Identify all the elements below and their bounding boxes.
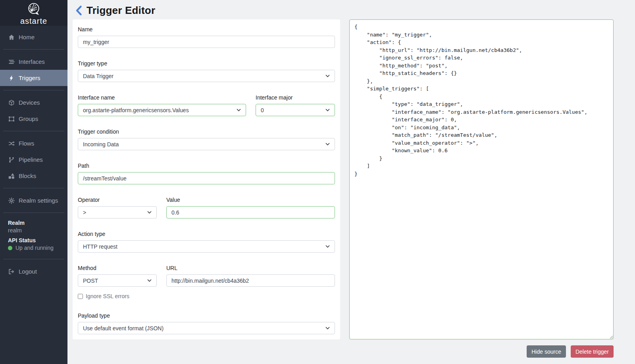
chevron-down-icon <box>325 143 330 146</box>
source-panel: Hide source Delete trigger <box>349 19 614 358</box>
action-type-label: Action type <box>78 231 335 237</box>
bolt-icon <box>8 75 15 81</box>
footer-buttons: Hide source Delete trigger <box>349 345 614 358</box>
sidebar-item-flows[interactable]: Flows <box>0 135 67 151</box>
hide-source-button[interactable]: Hide source <box>527 345 566 358</box>
sidebar-divider <box>3 188 64 188</box>
sidebar-item-pipelines[interactable]: Pipelines <box>0 151 67 168</box>
object-group-icon <box>8 115 15 122</box>
sidebar-item-label: Interfaces <box>19 58 45 65</box>
delete-trigger-button[interactable]: Delete trigger <box>571 345 614 358</box>
method-value: POST <box>83 278 98 284</box>
sidebar-item-interfaces[interactable]: Interfaces <box>0 54 67 70</box>
interface-major-select[interactable]: 0 <box>256 104 335 116</box>
home-icon <box>8 34 15 40</box>
code-branch-icon <box>8 156 15 163</box>
realm-value: realm <box>8 227 60 234</box>
sidebar-item-logout[interactable]: Logout <box>0 263 67 280</box>
shuffle-icon <box>8 140 15 147</box>
interface-name-value: org.astarte-platform.genericsensors.Valu… <box>83 107 189 113</box>
action-type-value: HTTP request <box>83 243 117 250</box>
trigger-type-select[interactable]: Data Trigger <box>78 70 335 82</box>
sidebar-item-label: Logout <box>19 268 37 275</box>
method-select[interactable]: POST <box>78 274 157 287</box>
path-input[interactable] <box>78 172 335 184</box>
chevron-down-icon <box>147 211 152 214</box>
astarte-logo: astarte <box>0 0 67 26</box>
sidebar-item-blocks[interactable]: Blocks <box>0 168 67 184</box>
chevron-down-icon <box>325 109 330 111</box>
chevron-down-icon <box>147 279 152 282</box>
sidebar-item-groups[interactable]: Groups <box>0 111 67 127</box>
value-label: Value <box>166 197 335 203</box>
sidebar-divider <box>3 131 64 131</box>
sidebar-nav: Home Interfaces Triggers Devices G <box>0 26 67 217</box>
value-input[interactable] <box>166 206 335 218</box>
sidebar-item-devices[interactable]: Devices <box>0 94 67 111</box>
trigger-condition-select[interactable]: Incoming Data <box>78 138 335 150</box>
ignore-ssl-checkbox[interactable] <box>78 294 83 299</box>
cube-icon <box>8 99 15 106</box>
realm-label: Realm <box>8 219 60 227</box>
main-content: Trigger Editor Name Trigger type Data Tr… <box>67 0 635 364</box>
trigger-type-label: Trigger type <box>78 60 335 67</box>
status-dot <box>8 246 12 250</box>
interfaces-icon <box>8 58 15 65</box>
payload-type-select[interactable]: Use default event format (JSON) <box>78 322 335 334</box>
trigger-source-textarea[interactable] <box>349 19 614 339</box>
chevron-down-icon <box>325 327 330 330</box>
interface-name-label: Interface name <box>78 94 246 101</box>
sidebar: astarte Home Interfaces Triggers <box>0 0 67 364</box>
trigger-form-card: Name Trigger type Data Trigger Interface… <box>73 19 340 339</box>
chevron-down-icon <box>237 109 241 111</box>
trigger-type-value: Data Trigger <box>83 73 114 79</box>
gear-icon <box>8 197 15 204</box>
chevron-left-icon[interactable] <box>75 5 83 16</box>
sidebar-divider <box>3 49 64 50</box>
chevron-down-icon <box>325 75 330 77</box>
sidebar-item-realm-settings[interactable]: Realm settings <box>0 192 67 209</box>
payload-type-value: Use default event format (JSON) <box>83 325 164 331</box>
page-title: Trigger Editor <box>87 4 155 17</box>
interface-major-value: 0 <box>261 107 264 113</box>
sidebar-item-triggers[interactable]: Triggers <box>0 70 67 86</box>
ignore-ssl-label: Ignore SSL errors <box>86 293 129 299</box>
operator-select[interactable]: > <box>78 206 157 218</box>
sidebar-item-label: Pipelines <box>19 156 43 163</box>
name-input[interactable] <box>78 36 335 48</box>
action-type-select[interactable]: HTTP request <box>78 240 335 253</box>
trigger-condition-value: Incoming Data <box>83 141 119 148</box>
operator-label: Operator <box>78 197 157 203</box>
sidebar-item-label: Devices <box>19 99 40 106</box>
sidebar-item-label: Triggers <box>19 75 40 81</box>
sidebar-divider <box>3 213 64 213</box>
sidebar-divider <box>3 259 64 259</box>
logout-icon <box>8 268 15 275</box>
sidebar-item-label: Groups <box>19 115 38 122</box>
url-input[interactable] <box>166 274 335 287</box>
realm-info: Realm realm API Status Up and running <box>0 217 67 255</box>
sidebar-item-label: Home <box>19 34 35 40</box>
operator-value: > <box>83 209 86 216</box>
api-status-label: API Status <box>8 237 60 244</box>
path-label: Path <box>78 163 335 169</box>
brand-wordmark: astarte <box>20 17 47 26</box>
payload-type-label: Payload type <box>78 312 335 319</box>
sidebar-item-label: Flows <box>19 140 34 147</box>
name-label: Name <box>78 26 335 33</box>
sidebar-item-home[interactable]: Home <box>0 29 67 45</box>
trigger-condition-label: Trigger condition <box>78 128 335 135</box>
interface-major-label: Interface major <box>256 94 335 101</box>
sidebar-divider <box>3 90 64 90</box>
page-header: Trigger Editor <box>73 0 635 19</box>
chevron-down-icon <box>325 245 330 248</box>
interface-name-select[interactable]: org.astarte-platform.genericsensors.Valu… <box>78 104 246 116</box>
shapes-icon <box>8 172 15 179</box>
astarte-logo-icon <box>25 2 42 17</box>
sidebar-item-label: Blocks <box>19 172 36 179</box>
sidebar-item-label: Realm settings <box>19 197 58 204</box>
api-status-value: Up and running <box>15 244 54 252</box>
url-label: URL <box>166 265 335 271</box>
method-label: Method <box>78 265 157 271</box>
